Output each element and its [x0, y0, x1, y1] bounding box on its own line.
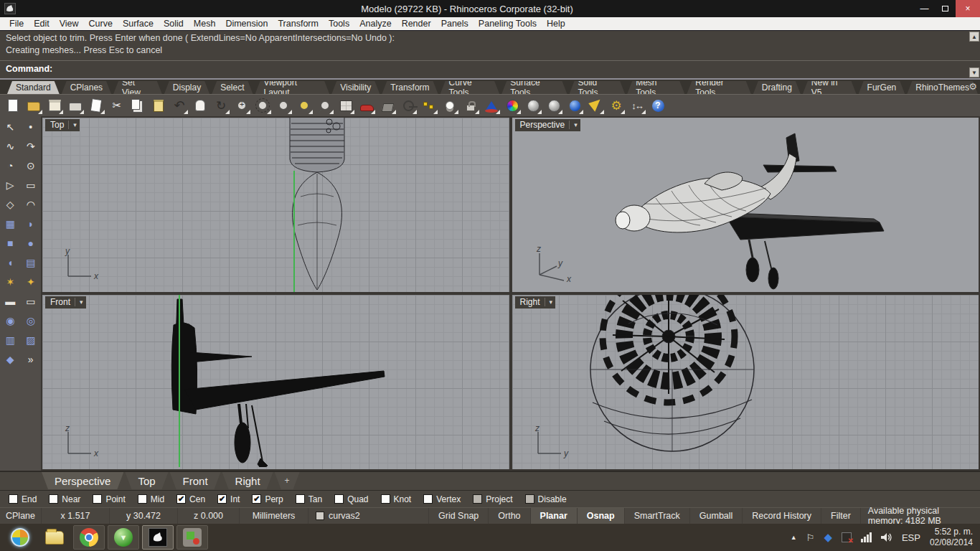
checkbox[interactable] — [473, 494, 482, 504]
menu-help[interactable]: Help — [542, 19, 570, 29]
capture-app-button[interactable] — [176, 525, 208, 550]
viewport-top[interactable]: Top ▾ — [42, 118, 509, 292]
tab-viewport-layout[interactable]: Viewport Layout — [255, 81, 330, 94]
menu-dimension[interactable]: Dimension — [220, 19, 273, 29]
tab-drafting[interactable]: Drafting — [753, 81, 801, 94]
command-scrollbar[interactable]: ▲ ▼ — [969, 32, 979, 77]
cplane-button[interactable]: CPlane — [0, 508, 42, 524]
menu-paneling-tools[interactable]: Paneling Tools — [473, 19, 542, 29]
checkbox[interactable]: ✔ — [176, 494, 186, 504]
menu-analyze[interactable]: Analyze — [354, 19, 396, 29]
tab-render-tools[interactable]: Render Tools — [687, 81, 750, 94]
material-sphere-icon[interactable] — [566, 97, 583, 114]
boolean-union-icon[interactable]: ◉ — [0, 313, 21, 328]
trim-icon[interactable]: ✦ — [21, 274, 42, 289]
surface-patch-icon[interactable]: ◗ — [21, 216, 42, 231]
spotlight-icon[interactable] — [587, 97, 604, 114]
help-icon[interactable]: ? — [649, 97, 666, 114]
fillet-icon[interactable]: ▥ — [0, 332, 21, 347]
ellipse-icon[interactable]: ⊙ — [21, 158, 42, 173]
checkbox[interactable] — [138, 494, 147, 504]
action-center-flag-icon[interactable]: ⚐ — [806, 532, 815, 543]
viewport-perspective-caption[interactable]: Perspective ▾ — [515, 119, 580, 131]
osnap-project[interactable]: Project — [473, 494, 512, 504]
curve-blend-icon[interactable]: ◠ — [21, 197, 42, 212]
object-selection-icon[interactable] — [420, 97, 438, 114]
render-icon[interactable] — [483, 97, 500, 114]
osnap-perp[interactable]: ✔Perp — [252, 494, 283, 504]
volume-icon[interactable] — [881, 532, 892, 542]
menu-panels[interactable]: Panels — [436, 19, 473, 29]
hidden-icons-chevron[interactable]: ▲ — [791, 534, 797, 541]
lock-icon[interactable] — [462, 97, 479, 114]
tab-cplanes[interactable]: CPlanes — [62, 81, 111, 94]
tab-visibility[interactable]: Visibility — [331, 81, 380, 94]
zoom-selected-icon[interactable] — [296, 97, 313, 114]
ortho-toggle[interactable]: Ortho — [489, 508, 530, 524]
osnap-vertex[interactable]: Vertex — [423, 494, 461, 504]
viewport-menu-icon[interactable]: ▾ — [550, 298, 553, 306]
grid-snap-toggle[interactable]: Grid Snap — [429, 508, 489, 524]
restore-button[interactable] — [935, 0, 956, 17]
checkbox[interactable]: ✔ — [217, 494, 227, 504]
viewport-menu-icon[interactable]: ▾ — [80, 298, 83, 306]
scroll-up-icon[interactable]: ▲ — [969, 32, 979, 42]
tab-furgen[interactable]: FurGen — [859, 81, 905, 94]
checkbox[interactable] — [296, 494, 305, 504]
power-status-icon[interactable] — [842, 532, 852, 542]
add-viewport-tab-icon[interactable]: + — [275, 472, 300, 489]
checkbox[interactable] — [93, 494, 102, 504]
zoom-extents-icon[interactable] — [275, 97, 292, 114]
checkbox[interactable] — [381, 494, 390, 504]
viewport-right[interactable]: Right ▾ — [512, 295, 979, 469]
idm-button[interactable]: ▼ — [108, 525, 139, 550]
viewport-tab-perspective[interactable]: Perspective — [42, 472, 123, 489]
checkbox[interactable] — [423, 494, 433, 504]
gumball-toggle[interactable]: Gumball — [690, 508, 743, 524]
language-indicator[interactable]: ESP — [902, 532, 920, 543]
surface-tools-icon[interactable]: ▤ — [21, 255, 42, 270]
checkbox[interactable] — [334, 494, 344, 504]
checkbox[interactable] — [9, 494, 18, 504]
file-explorer-button[interactable] — [39, 525, 70, 550]
save-icon[interactable] — [46, 97, 63, 114]
record-history-toggle[interactable]: Record History — [743, 508, 821, 524]
viewport-menu-icon[interactable]: ▾ — [574, 121, 578, 128]
tab-display[interactable]: Display — [164, 81, 209, 94]
display-mode-icon[interactable] — [358, 97, 375, 114]
osnap-cen[interactable]: ✔Cen — [176, 494, 205, 504]
tab-surface-tools[interactable]: Surface Tools — [501, 81, 567, 94]
color-wheel-icon[interactable] — [504, 97, 521, 114]
print-icon[interactable] — [67, 97, 84, 114]
dropbox-icon[interactable]: ◆ — [824, 531, 832, 544]
filter-toggle[interactable]: Filter — [821, 508, 861, 524]
more-tools-icon[interactable]: » — [21, 352, 42, 367]
network-signal-icon[interactable] — [861, 532, 872, 542]
boolean-difference-icon[interactable]: ◎ — [21, 313, 42, 328]
menu-mesh[interactable]: Mesh — [189, 19, 221, 29]
menu-render[interactable]: Render — [397, 19, 436, 29]
surface-from-points-icon[interactable]: ▦ — [0, 216, 21, 231]
osnap-point[interactable]: Point — [93, 494, 125, 504]
viewport-front-caption[interactable]: Front ▾ — [45, 296, 86, 309]
rectangle-icon[interactable]: ▭ — [21, 177, 42, 192]
rotate-view-icon[interactable]: ↻ — [212, 97, 230, 114]
tab-rhinothemes[interactable]: RhinoThemes — [907, 81, 978, 94]
toolbar-options-gear-icon[interactable]: ⚙ — [969, 81, 977, 92]
tab-new-in-v5[interactable]: New in V5 — [803, 81, 857, 94]
menu-transform[interactable]: Transform — [273, 19, 324, 29]
menu-tools[interactable]: Tools — [324, 19, 354, 29]
arc-icon[interactable]: ▷ — [0, 177, 21, 192]
control-point-curve-icon[interactable]: ↷ — [21, 138, 42, 154]
viewport-tab-front[interactable]: Front — [170, 472, 221, 489]
copy-icon[interactable] — [129, 97, 146, 114]
lamp-icon[interactable] — [441, 97, 458, 114]
viewport-tab-top[interactable]: Top — [125, 472, 168, 489]
viewport-front[interactable]: Front ▾ — [42, 295, 509, 469]
curvature-analysis-icon[interactable] — [400, 97, 417, 114]
osnap-quad[interactable]: Quad — [334, 494, 368, 504]
osnap-near[interactable]: Near — [49, 494, 80, 504]
chamfer-icon[interactable]: ▨ — [21, 332, 42, 347]
osnap-end[interactable]: End — [9, 494, 37, 504]
select-arrow-icon[interactable]: ↖ — [0, 119, 21, 134]
